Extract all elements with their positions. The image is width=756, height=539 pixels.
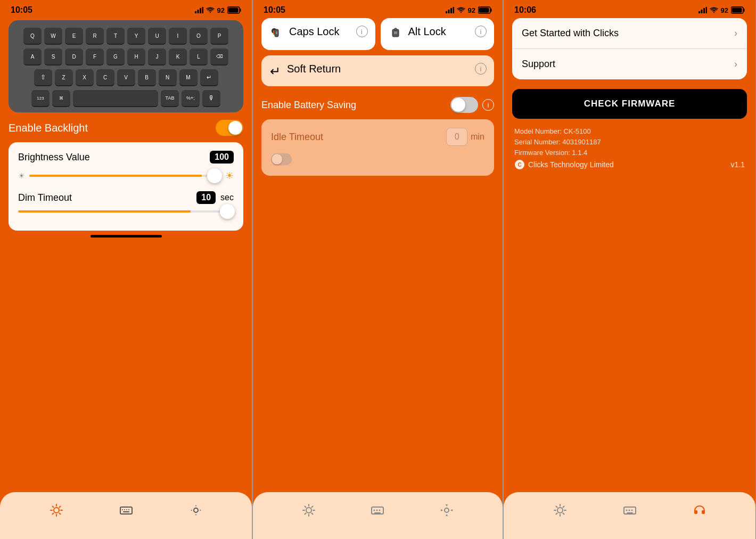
brightness-tab-icon bbox=[49, 503, 64, 518]
key-g: G bbox=[106, 48, 125, 66]
battery-toggle[interactable] bbox=[450, 97, 478, 113]
tab-bar-2 bbox=[253, 492, 503, 539]
svg-rect-52 bbox=[699, 11, 700, 13]
status-bar-2: 10:05 92 bbox=[253, 0, 503, 18]
key-p: P bbox=[210, 28, 228, 45]
brightness-value: 100 bbox=[210, 151, 234, 164]
idle-row: Idle Timeout min bbox=[271, 128, 484, 146]
caps-lock-info-btn[interactable]: i bbox=[356, 26, 368, 37]
brightness-slider-track[interactable] bbox=[29, 175, 221, 177]
svg-line-67 bbox=[563, 513, 564, 514]
check-firmware-button[interactable]: CHECK FIRMWARE bbox=[512, 89, 747, 119]
soft-return-card[interactable]: ↵ Soft Return i bbox=[261, 55, 494, 86]
key-i: I bbox=[169, 28, 187, 45]
soft-return-icon: ↵ bbox=[270, 64, 281, 79]
soft-return-label: Soft Return bbox=[287, 63, 341, 75]
alt-lock-icon bbox=[389, 27, 402, 43]
svg-point-7 bbox=[54, 508, 59, 513]
idle-toggle[interactable] bbox=[271, 153, 292, 166]
key-v: V bbox=[117, 69, 135, 86]
model-number: Model Number: CK-5100 bbox=[514, 127, 745, 135]
svg-line-45 bbox=[305, 513, 306, 514]
svg-line-44 bbox=[311, 507, 313, 508]
svg-line-13 bbox=[59, 513, 60, 514]
brightness-row: Brightness Value 100 bbox=[18, 151, 234, 164]
key-o: O bbox=[190, 28, 208, 45]
tab-keyboard-1[interactable] bbox=[119, 503, 134, 518]
alt-lock-info-btn[interactable]: i bbox=[475, 26, 487, 37]
svg-rect-50 bbox=[374, 512, 381, 513]
svg-point-71 bbox=[626, 510, 627, 511]
status-bar-3: 10:06 92 bbox=[504, 0, 755, 18]
brand-row: C Clicks Technology Limited v1.1 bbox=[514, 159, 745, 170]
tab-settings-2[interactable] bbox=[439, 503, 454, 518]
svg-line-69 bbox=[556, 513, 557, 514]
key-z: Z bbox=[55, 69, 73, 86]
tab-keyboard-3[interactable] bbox=[622, 503, 637, 518]
tab-bar-1 bbox=[0, 492, 252, 539]
svg-rect-55 bbox=[705, 7, 707, 13]
brightness-slider-thumb[interactable] bbox=[207, 168, 222, 183]
battery-info-btn[interactable]: i bbox=[482, 99, 494, 111]
idle-value: min bbox=[446, 128, 484, 146]
tab-brightness-3[interactable] bbox=[553, 503, 568, 518]
tab-bar-3 bbox=[504, 492, 755, 539]
battery-icon-2 bbox=[478, 6, 492, 14]
screen1: 10:05 92 Q W bbox=[0, 0, 252, 539]
sun-small-icon: ☀ bbox=[18, 172, 25, 180]
get-started-item[interactable]: Get Started with Clicks › bbox=[512, 18, 747, 49]
status-time-3: 10:06 bbox=[514, 5, 536, 15]
key-w: W bbox=[44, 28, 62, 45]
settings-tab-icon bbox=[188, 503, 203, 518]
key-j: J bbox=[148, 48, 166, 66]
soft-return-info-btn[interactable]: i bbox=[475, 63, 487, 75]
dim-timeout-slider-thumb[interactable] bbox=[220, 204, 235, 219]
svg-rect-58 bbox=[732, 8, 742, 13]
key-s: S bbox=[44, 48, 62, 66]
dim-timeout-slider-track[interactable] bbox=[18, 210, 234, 213]
backlight-toggle[interactable] bbox=[216, 120, 243, 136]
two-col-keys: Caps Lock i Alt Lock i bbox=[261, 18, 494, 50]
idle-input[interactable] bbox=[446, 128, 467, 146]
key-return: ↵ bbox=[200, 69, 218, 86]
svg-point-49 bbox=[379, 510, 381, 511]
nav-card: Get Started with Clicks › Support › bbox=[512, 18, 747, 79]
key-b: B bbox=[138, 69, 156, 86]
svg-line-43 bbox=[311, 513, 313, 514]
svg-point-47 bbox=[374, 510, 375, 511]
brightness-tab-icon-2 bbox=[301, 503, 316, 518]
backlight-toggle-row: Enable Backlight bbox=[9, 120, 243, 136]
svg-rect-24 bbox=[448, 10, 449, 13]
svg-rect-28 bbox=[491, 9, 492, 12]
svg-point-51 bbox=[445, 508, 449, 512]
tab-settings-3[interactable] bbox=[692, 503, 707, 518]
key-k: K bbox=[169, 48, 187, 66]
tab-brightness-1[interactable] bbox=[49, 503, 64, 518]
svg-rect-25 bbox=[450, 8, 452, 13]
key-a: A bbox=[23, 48, 42, 66]
brand-version: v1.1 bbox=[731, 160, 745, 169]
key-space bbox=[73, 90, 158, 107]
signal-icon-3 bbox=[699, 7, 707, 13]
home-indicator-1 bbox=[91, 235, 162, 238]
tab-brightness-2[interactable] bbox=[301, 503, 316, 518]
battery-icon-3 bbox=[731, 6, 745, 14]
svg-line-12 bbox=[52, 507, 53, 508]
key-c: C bbox=[96, 69, 114, 86]
caps-lock-card[interactable]: Caps Lock i bbox=[261, 18, 375, 50]
svg-rect-2 bbox=[200, 8, 201, 13]
wifi-icon-2 bbox=[457, 7, 465, 13]
alt-lock-card[interactable]: Alt Lock i bbox=[381, 18, 495, 50]
key-y: Y bbox=[127, 28, 145, 45]
svg-line-66 bbox=[556, 507, 557, 508]
tab-settings-1[interactable] bbox=[188, 503, 203, 518]
screen3-content: Get Started with Clicks › Support › CHEC… bbox=[504, 18, 755, 532]
status-right-2: 92 bbox=[446, 6, 492, 14]
support-item[interactable]: Support › bbox=[512, 49, 747, 79]
tab-keyboard-2[interactable] bbox=[370, 503, 385, 518]
idle-unit: min bbox=[471, 132, 484, 142]
sun-large-icon: ☀ bbox=[225, 170, 234, 182]
svg-rect-36 bbox=[395, 28, 397, 30]
keyboard-tab-icon-3 bbox=[622, 503, 637, 518]
get-started-chevron: › bbox=[734, 28, 737, 39]
